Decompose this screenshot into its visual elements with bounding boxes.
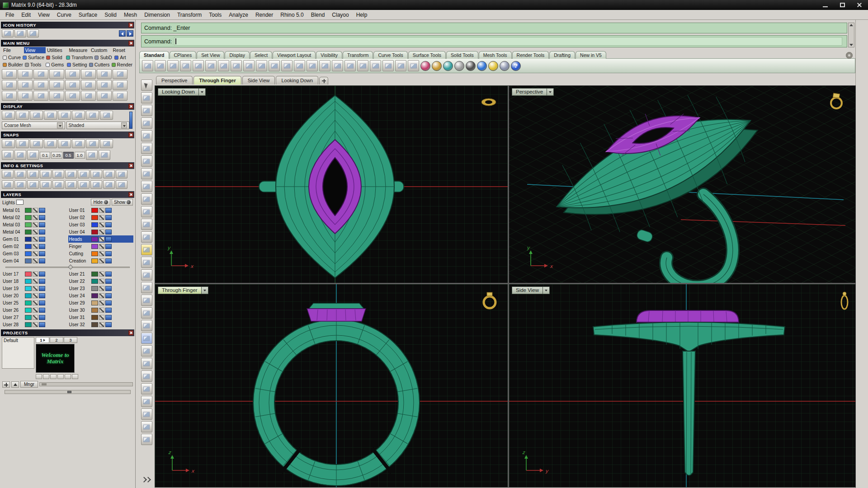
layer-color-swatch[interactable]	[25, 244, 32, 249]
main-menu-item[interactable]: File	[2, 47, 24, 53]
maximize-button[interactable]	[834, 0, 851, 10]
tool-icon[interactable]	[44, 111, 57, 120]
viewport-tab[interactable]: Side View	[242, 76, 275, 84]
main-menu-item[interactable]: Gems	[45, 61, 66, 68]
tool-icon[interactable]	[344, 60, 356, 71]
layer-entry[interactable]: User 19	[2, 285, 67, 292]
toolbar-tab[interactable]: Visibility	[316, 51, 342, 59]
toolbar-tab[interactable]: Set View	[197, 51, 224, 59]
layer-material-icon[interactable]	[105, 237, 112, 242]
layer-material-icon[interactable]	[39, 315, 45, 320]
layer-color-swatch[interactable]	[91, 215, 98, 220]
tool-icon[interactable]	[141, 408, 152, 420]
tool-icon[interactable]	[65, 180, 77, 189]
layer-pencil-icon[interactable]	[99, 322, 104, 327]
tool-icon[interactable]	[218, 60, 229, 71]
layer-pencil-icon[interactable]	[99, 315, 104, 320]
layer-pencil-icon[interactable]	[33, 322, 38, 327]
toolbar-tab[interactable]: Drafting	[549, 51, 575, 59]
main-menu-item[interactable]: Custom	[90, 47, 112, 53]
layer-material-icon[interactable]	[39, 237, 45, 242]
layer-material-icon[interactable]	[105, 272, 112, 277]
layer-material-icon[interactable]	[105, 293, 112, 298]
tool-icon[interactable]	[30, 111, 43, 120]
layer-color-swatch[interactable]	[91, 237, 98, 242]
tool-icon[interactable]	[40, 180, 52, 189]
menu-item[interactable]: Blend	[307, 11, 329, 19]
tool-icon[interactable]	[33, 91, 48, 101]
tool-icon[interactable]	[141, 269, 152, 281]
layer-pencil-icon[interactable]	[33, 279, 38, 284]
menu-item[interactable]: Surface	[75, 11, 101, 19]
layer-pencil-icon[interactable]	[33, 222, 38, 227]
project-manager-button[interactable]: Mngr	[20, 381, 38, 388]
tool-icon[interactable]	[27, 170, 39, 178]
layer-entry[interactable]: Metal 04	[2, 228, 67, 235]
layer-material-icon[interactable]	[39, 244, 45, 249]
layer-entry[interactable]: User 31	[68, 314, 134, 321]
tool-icon[interactable]	[2, 80, 17, 90]
layer-material-icon[interactable]	[105, 300, 112, 305]
tool-icon[interactable]	[86, 150, 98, 160]
tool-icon[interactable]	[49, 80, 64, 90]
project-mini-button[interactable]	[65, 374, 71, 379]
layer-material-icon[interactable]	[105, 286, 112, 291]
tool-icon[interactable]	[40, 170, 52, 178]
menu-item[interactable]: Clayoo	[328, 11, 352, 19]
tool-icon[interactable]	[97, 69, 112, 79]
layer-color-swatch[interactable]	[25, 215, 32, 220]
layer-color-swatch[interactable]	[25, 251, 32, 256]
main-menu-item[interactable]: Render	[111, 61, 133, 68]
tool-icon[interactable]	[18, 69, 33, 79]
toolbar-sphere-icon[interactable]	[477, 61, 487, 71]
tool-icon[interactable]	[99, 150, 110, 160]
tool-icon[interactable]	[81, 69, 96, 79]
chevron-down-icon[interactable]	[199, 88, 206, 96]
tool-icon[interactable]	[33, 80, 48, 90]
viewport-through-finger[interactable]: z x Through Finger	[155, 284, 508, 487]
tool-icon[interactable]	[100, 111, 113, 120]
toolbar-tab[interactable]: Render Tools	[512, 51, 549, 59]
layer-material-icon[interactable]	[39, 293, 45, 298]
command-input[interactable]	[174, 37, 842, 46]
hide-layers-button[interactable]: Hide	[91, 199, 110, 206]
tool-icon[interactable]	[141, 231, 152, 243]
toolbar-tab[interactable]: Mesh Tools	[479, 51, 512, 59]
grid-snap-value[interactable]: 1.0	[75, 152, 85, 159]
close-icon[interactable]	[128, 41, 133, 46]
tool-icon[interactable]	[141, 155, 152, 167]
close-icon[interactable]	[128, 192, 133, 197]
layer-entry[interactable]: User 03	[68, 221, 134, 228]
tool-icon[interactable]	[141, 143, 152, 154]
layer-material-icon[interactable]	[105, 315, 112, 320]
tool-icon[interactable]	[205, 60, 217, 71]
tool-icon[interactable]	[72, 139, 85, 148]
tool-icon[interactable]	[142, 60, 153, 71]
layer-pencil-icon[interactable]	[99, 222, 104, 227]
layer-pencil-icon[interactable]	[99, 215, 104, 220]
layer-pencil-icon[interactable]	[33, 308, 38, 313]
layer-entry[interactable]: User 17	[2, 270, 67, 277]
tool-icon[interactable]	[294, 60, 305, 71]
tool-icon[interactable]	[141, 345, 152, 357]
tool-icon[interactable]	[180, 60, 191, 71]
tool-icon[interactable]	[2, 180, 14, 189]
tool-icon[interactable]	[141, 257, 152, 268]
menu-item[interactable]: Tools	[205, 11, 225, 19]
layer-pencil-icon[interactable]	[33, 251, 38, 256]
tool-icon[interactable]	[97, 91, 112, 101]
tool-icon[interactable]	[27, 150, 39, 160]
tool-icon[interactable]	[307, 60, 318, 71]
tool-icon[interactable]	[100, 139, 113, 148]
tool-icon[interactable]	[141, 181, 152, 192]
tool-icon[interactable]	[408, 60, 419, 71]
layer-entry[interactable]: User 26	[2, 306, 67, 314]
tool-icon[interactable]	[78, 180, 90, 189]
layer-pencil-icon[interactable]	[99, 300, 104, 305]
viewport-side-view[interactable]: z y Side View	[509, 284, 855, 487]
viewport-label[interactable]: Side View	[512, 286, 550, 294]
layer-pencil-icon[interactable]	[99, 286, 104, 291]
tool-icon[interactable]	[103, 170, 115, 178]
layer-color-swatch[interactable]	[91, 230, 98, 235]
tool-icon[interactable]	[141, 320, 152, 331]
